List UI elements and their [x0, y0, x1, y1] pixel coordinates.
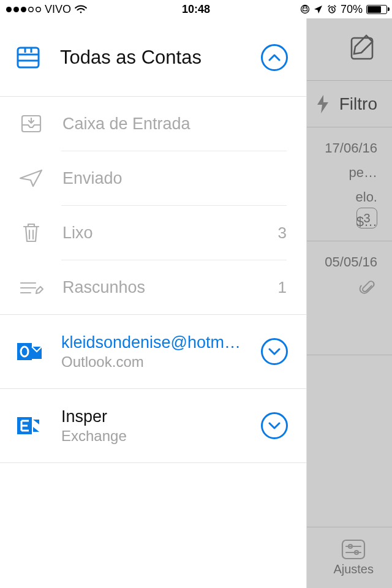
battery-icon [366, 5, 387, 14]
svg-rect-6 [18, 48, 39, 67]
sidebar-title: Todas as Contas [60, 47, 261, 69]
orientation-lock-icon [300, 4, 310, 14]
drafts-icon [16, 277, 47, 298]
accounts-sidebar: Todas as Contas Caixa de Entrada Enviado [0, 18, 306, 588]
folder-label: Caixa de Entrada [62, 115, 287, 134]
folder-sent[interactable]: Enviado [0, 151, 306, 205]
account-outlook[interactable]: kleidsondenise@hotma… Outlook.com [0, 315, 306, 388]
folder-list: Caixa de Entrada Enviado Lixo 3 [0, 97, 306, 314]
alarm-icon [327, 4, 337, 14]
folder-count: 1 [278, 278, 287, 297]
status-bar: VIVO 10:48 70% [0, 0, 392, 18]
folder-label: Lixo [62, 224, 278, 243]
exchange-icon [16, 412, 43, 439]
expand-account-button[interactable] [261, 412, 288, 439]
location-icon [314, 4, 323, 14]
account-email: Insper [61, 407, 245, 426]
folder-label: Enviado [62, 169, 287, 188]
svg-point-0 [301, 6, 309, 13]
folder-drafts[interactable]: Rascunhos 1 [0, 260, 306, 314]
chevron-down-icon [268, 347, 281, 356]
expand-account-button[interactable] [261, 338, 288, 365]
outlook-icon [16, 338, 43, 365]
status-bar-right: 70% [300, 3, 387, 16]
account-exchange[interactable]: Insper Exchange [0, 389, 306, 462]
folder-label: Rascunhos [62, 278, 278, 297]
trash-icon [16, 221, 47, 245]
folder-inbox[interactable]: Caixa de Entrada [0, 97, 306, 151]
account-provider: Outlook.com [61, 353, 261, 371]
chevron-up-icon [268, 53, 281, 62]
inbox-icon [16, 111, 47, 136]
svg-rect-8 [17, 343, 32, 360]
chevron-down-icon [268, 421, 281, 430]
collapse-button[interactable] [261, 44, 288, 71]
folder-trash[interactable]: Lixo 3 [0, 206, 306, 260]
battery-percent: 70% [341, 3, 363, 16]
all-accounts-icon [15, 44, 42, 71]
account-provider: Exchange [61, 428, 261, 445]
sidebar-header[interactable]: Todas as Contas [0, 18, 306, 97]
folder-count: 3 [278, 224, 287, 243]
account-email: kleidsondenise@hotma… [61, 333, 245, 352]
sent-icon [16, 168, 47, 189]
